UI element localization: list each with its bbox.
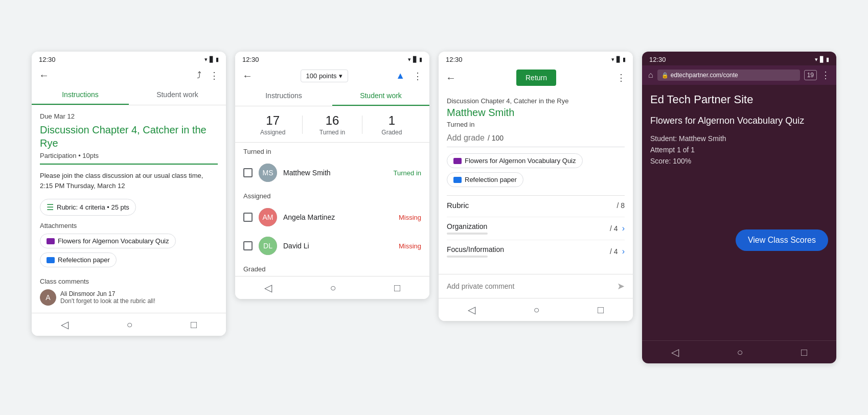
content-area-1: Due Mar 12 Discussion Chapter 4, Catcher… (32, 105, 226, 313)
nav-home-4[interactable]: ○ (737, 347, 743, 358)
drive-icon[interactable]: ▲ (396, 71, 405, 81)
private-comment-input[interactable] (447, 282, 617, 290)
signal-icon-4: ▊ (820, 56, 824, 63)
status-david: Missing (399, 242, 421, 250)
attachment-p3-1[interactable]: Flowers for Algernon Vocabulary Quiz (447, 153, 583, 168)
attachment-1[interactable]: Flowers for Algernon Vocabulary Quiz (40, 234, 176, 248)
nav-recents-1[interactable]: □ (191, 319, 197, 331)
nav-home-2[interactable]: ○ (330, 282, 336, 294)
stat-assigned: 17 Assigned (243, 113, 302, 136)
attachment-p3-2[interactable]: Refelection paper (447, 172, 523, 187)
rubric-total: / 8 (616, 201, 625, 210)
signal-icon: ▊ (210, 56, 214, 63)
tab-count[interactable]: 19 (804, 70, 817, 80)
toolbar-1: ← ⤴ ⋮ (32, 65, 226, 85)
status-icons-4: ▾ ▊ ▮ (815, 56, 829, 63)
checkbox-angela[interactable] (243, 213, 253, 222)
phones-container: 12:30 ▾ ▊ ▮ ← ⤴ ⋮ Instructions Student w… (32, 52, 836, 363)
grade-total: / 100 (488, 134, 504, 142)
status-time-4: 12:30 (649, 56, 666, 63)
checkbox-matthew[interactable] (243, 168, 253, 177)
nav-home-3[interactable]: ○ (533, 304, 539, 316)
status-bar-4: 12:30 ▾ ▊ ▮ (642, 52, 836, 65)
chevron-org[interactable]: › (622, 224, 625, 233)
back-button-2[interactable]: ← (242, 70, 253, 82)
view-class-scores-button[interactable]: View Class Scores (736, 229, 828, 251)
tab-row-2: Instructions Student work (235, 86, 429, 106)
class-comments-label: Class comments (40, 278, 218, 285)
status-matthew: Turned in (394, 169, 421, 177)
student-row-matthew[interactable]: MS Matthew Smith Turned in (235, 158, 429, 187)
back-button-3[interactable]: ← (446, 72, 456, 84)
nav-back-2[interactable]: ◁ (264, 282, 272, 294)
p4-meta-attempt: Attempt 1 of 1 (650, 146, 828, 154)
section-graded: Graded (235, 260, 429, 276)
nav-recents-2[interactable]: □ (394, 282, 400, 294)
section-assigned: Assigned (235, 187, 429, 203)
tab-student-work-2[interactable]: Student work (332, 86, 429, 106)
toolbar-actions-1: ⤴ ⋮ (197, 70, 219, 81)
crit-bar-1 (447, 233, 488, 235)
status-time-2: 12:30 (242, 56, 259, 63)
nav-home-1[interactable]: ○ (126, 319, 132, 331)
nav-recents-4[interactable]: □ (801, 347, 807, 358)
nav-bar-4: ◁ ○ □ (642, 340, 836, 363)
student-name-david: David Li (283, 242, 393, 250)
tab-instructions-1[interactable]: Instructions (32, 85, 129, 105)
grade-row: / 100 (447, 133, 625, 147)
rubric-pill[interactable]: ☰ Rubric: 4 criteria • 25 pts (40, 199, 136, 216)
more-icon-4[interactable]: ⋮ (821, 70, 830, 81)
back-button-1[interactable]: ← (39, 70, 49, 81)
avatar-david: DL (259, 237, 277, 255)
p3-student-name: Matthew Smith (447, 107, 625, 119)
return-button[interactable]: Return (516, 70, 556, 86)
more-icon-3[interactable]: ⋮ (616, 72, 626, 83)
points-badge[interactable]: 100 points ▾ (301, 70, 348, 82)
wifi-icon-2: ▾ (408, 56, 411, 63)
share-icon[interactable]: ⤴ (197, 70, 201, 81)
quiz-icon-1 (47, 238, 55, 244)
nav-recents-3[interactable]: □ (598, 304, 604, 316)
rubric-criterion-2[interactable]: Focus/Information / 4 › (447, 240, 625, 263)
checkbox-david[interactable] (243, 241, 253, 250)
chevron-focus[interactable]: › (622, 247, 625, 256)
status-bar-1: 12:30 ▾ ▊ ▮ (32, 52, 226, 65)
battery-icon-3: ▮ (623, 56, 626, 63)
status-bar-3: 12:30 ▾ ▊ ▮ (439, 52, 633, 65)
avatar-matthew: MS (259, 164, 277, 182)
send-icon[interactable]: ➤ (617, 281, 625, 292)
p3-assignment-title: Discussion Chapter 4, Catcher in the Rye (447, 97, 625, 105)
tab-instructions-2[interactable]: Instructions (235, 86, 332, 106)
browser-url-bar[interactable]: 🔒 edtechpartner.com/conte (657, 70, 800, 81)
nav-back-1[interactable]: ◁ (61, 318, 68, 331)
signal-icon-3: ▊ (616, 56, 621, 63)
p4-meta-student: Student: Matthew Smith (650, 134, 828, 143)
avatar-angela: AM (259, 208, 277, 226)
assignment-title-1: Discussion Chapter 4, Catcher in the Rye (40, 123, 218, 150)
rubric-label: Rubric (447, 201, 469, 210)
phone-2: 12:30 ▾ ▊ ▮ ← 100 points ▾ ▲ ⋮ Instructi… (235, 52, 429, 299)
student-row-david[interactable]: DL David Li Missing (235, 232, 429, 260)
home-icon[interactable]: ⌂ (648, 71, 653, 80)
student-row-angela[interactable]: AM Angela Martinez Missing (235, 203, 429, 232)
status-time-3: 12:30 (446, 56, 463, 63)
nav-back-4[interactable]: ◁ (671, 346, 679, 358)
attachment-2[interactable]: Refelection paper (40, 252, 117, 267)
lock-icon: 🔒 (661, 72, 669, 79)
crit-bar-2 (447, 256, 488, 258)
points-1: Participation • 10pts (40, 152, 218, 159)
more-icon-1[interactable]: ⋮ (210, 70, 219, 81)
rubric-section: Rubric / 8 Organization / 4 › Focus/In (447, 195, 625, 263)
wifi-icon-4: ▾ (815, 56, 818, 63)
status-angela: Missing (399, 214, 421, 221)
tab-row-1: Instructions Student work (32, 85, 226, 105)
more-icon-2[interactable]: ⋮ (413, 71, 422, 82)
grade-input[interactable] (447, 133, 488, 143)
rubric-criterion-1[interactable]: Organization / 4 › (447, 217, 625, 240)
quiz-icon-p3 (453, 158, 462, 164)
stat-turned-in: 16 Turned in (303, 113, 361, 136)
due-date: Due Mar 12 (40, 112, 218, 120)
tab-student-work-1[interactable]: Student work (129, 85, 226, 105)
nav-back-3[interactable]: ◁ (468, 304, 475, 316)
stats-row: 17 Assigned 16 Turned in 1 Graded (235, 106, 429, 143)
